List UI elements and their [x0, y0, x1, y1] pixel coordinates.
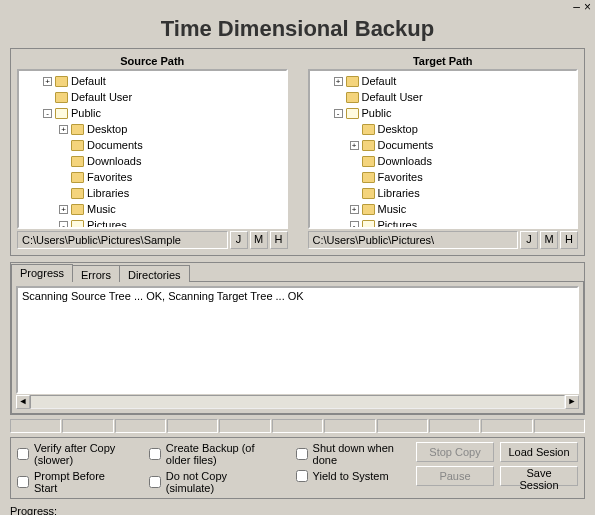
option-checkbox[interactable]: Verify after Copy (slower) [17, 442, 127, 466]
tree-item[interactable]: -Pictures [19, 217, 286, 229]
pause-button[interactable]: Pause [416, 466, 494, 486]
option-checkbox[interactable]: Yield to System [296, 470, 394, 482]
expand-icon[interactable]: + [43, 77, 52, 86]
tab-errors[interactable]: Errors [72, 265, 120, 282]
tab-progress[interactable]: Progress [11, 264, 73, 282]
tree-item[interactable]: +Documents [310, 137, 577, 153]
tab-directories[interactable]: Directories [119, 265, 190, 282]
tree-item[interactable]: -Public [19, 105, 286, 121]
tree-item[interactable]: Documents [19, 137, 286, 153]
tree-item[interactable]: Default User [19, 89, 286, 105]
checkbox-input[interactable] [17, 476, 29, 488]
tree-item[interactable]: +Default [310, 73, 577, 89]
folder-icon [362, 204, 375, 215]
checkbox-input[interactable] [296, 448, 308, 460]
tree-item[interactable]: -Pictures [310, 217, 577, 229]
tree-spacer [350, 157, 359, 166]
save-session-button[interactable]: Save Session [500, 466, 578, 486]
tab-bar: ProgressErrorsDirectories [11, 264, 584, 282]
target-m-button[interactable]: M [540, 231, 558, 249]
load-session-button[interactable]: Load Sesion [500, 442, 578, 462]
folder-icon [346, 108, 359, 119]
tree-spacer [350, 125, 359, 134]
checkbox-label: Do not Copy (simulate) [166, 470, 274, 494]
tree-item[interactable]: Favorites [19, 169, 286, 185]
tree-label: Music [378, 203, 407, 215]
expand-icon[interactable]: + [59, 205, 68, 214]
folder-icon [55, 76, 68, 87]
target-h-button[interactable]: H [560, 231, 578, 249]
checkbox-input[interactable] [17, 448, 29, 460]
tree-item[interactable]: Libraries [19, 185, 286, 201]
scroll-track[interactable] [30, 395, 565, 409]
expand-icon[interactable]: + [59, 125, 68, 134]
tree-label: Public [71, 107, 101, 119]
tree-label: Default User [362, 91, 423, 103]
tree-spacer [59, 173, 68, 182]
checkbox-input[interactable] [296, 470, 308, 482]
folder-icon [362, 220, 375, 230]
tree-item[interactable]: +Music [310, 201, 577, 217]
folder-icon [71, 156, 84, 167]
option-checkbox[interactable]: Create Backup (of older files) [149, 442, 274, 466]
collapse-icon[interactable]: - [334, 109, 343, 118]
source-h-button[interactable]: H [270, 231, 288, 249]
progress-segment [534, 419, 585, 433]
option-checkbox[interactable]: Shut down when done [296, 442, 394, 466]
minimize-icon[interactable]: – [573, 2, 580, 12]
scroll-right-icon[interactable]: ► [565, 395, 579, 409]
target-tree[interactable]: +DefaultDefault User-PublicDesktop+Docum… [308, 69, 579, 229]
folder-icon [362, 188, 375, 199]
log-hscrollbar[interactable]: ◄ ► [16, 395, 579, 409]
tree-item[interactable]: Downloads [19, 153, 286, 169]
option-checkbox[interactable]: Prompt Before Start [17, 470, 127, 494]
tree-label: Documents [87, 139, 143, 151]
tree-label: Downloads [87, 155, 141, 167]
tree-label: Music [87, 203, 116, 215]
tree-item[interactable]: Downloads [310, 153, 577, 169]
folder-icon [71, 172, 84, 183]
folder-icon [71, 188, 84, 199]
collapse-icon[interactable]: - [43, 109, 52, 118]
progress-segment [219, 419, 270, 433]
progress-segment [377, 419, 428, 433]
folder-icon [55, 108, 68, 119]
tree-item[interactable]: +Default [19, 73, 286, 89]
tree-label: Desktop [378, 123, 418, 135]
expand-icon[interactable]: + [334, 77, 343, 86]
tree-item[interactable]: Desktop [310, 121, 577, 137]
folder-icon [71, 140, 84, 151]
source-j-button[interactable]: J [230, 231, 248, 249]
source-tree[interactable]: +DefaultDefault User-Public+DesktopDocum… [17, 69, 288, 229]
expand-icon[interactable]: + [350, 141, 359, 150]
folder-icon [71, 204, 84, 215]
scroll-left-icon[interactable]: ◄ [16, 395, 30, 409]
app-title: Time Dimensional Backup [0, 14, 595, 48]
tree-item[interactable]: Favorites [310, 169, 577, 185]
tree-spacer [334, 93, 343, 102]
tree-label: Libraries [378, 187, 420, 199]
tree-item[interactable]: +Music [19, 201, 286, 217]
stop-copy-button[interactable]: Stop Copy [416, 442, 494, 462]
tree-item[interactable]: -Public [310, 105, 577, 121]
progress-segment [167, 419, 218, 433]
tree-item[interactable]: Libraries [310, 185, 577, 201]
tree-label: Pictures [378, 219, 418, 229]
tree-label: Downloads [378, 155, 432, 167]
progress-segments [10, 419, 585, 433]
checkbox-label: Shut down when done [313, 442, 394, 466]
close-icon[interactable]: × [584, 2, 591, 12]
tree-item[interactable]: +Desktop [19, 121, 286, 137]
collapse-icon[interactable]: - [350, 221, 359, 230]
checkbox-input[interactable] [149, 476, 161, 488]
target-j-button[interactable]: J [520, 231, 538, 249]
source-m-button[interactable]: M [250, 231, 268, 249]
folder-icon [362, 156, 375, 167]
tree-item[interactable]: Default User [310, 89, 577, 105]
folder-icon [71, 124, 84, 135]
checkbox-input[interactable] [149, 448, 161, 460]
option-checkbox[interactable]: Do not Copy (simulate) [149, 470, 274, 494]
expand-icon[interactable]: + [350, 205, 359, 214]
collapse-icon[interactable]: - [59, 221, 68, 230]
progress-segment [272, 419, 323, 433]
